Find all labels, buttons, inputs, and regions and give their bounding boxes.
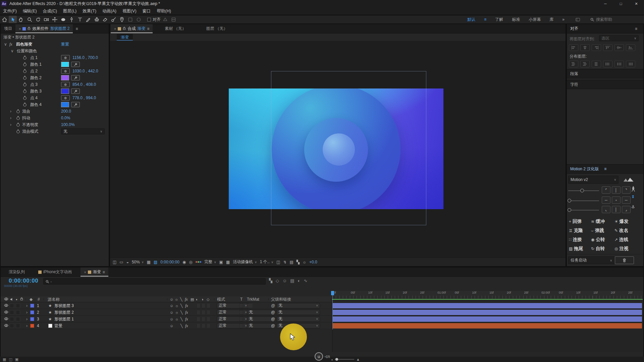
- exposure-value[interactable]: +0.0: [309, 260, 317, 264]
- camera-tool-icon[interactable]: [42, 16, 50, 23]
- threed-cell[interactable]: [207, 323, 210, 328]
- point-target-icon[interactable]: ⊕: [61, 82, 70, 87]
- anchor-top-left-button[interactable]: ⌜: [602, 186, 610, 194]
- tool-link[interactable]: ∷连接: [569, 237, 582, 243]
- align-left-button[interactable]: [569, 44, 578, 51]
- fx-toggle-icon[interactable]: fx: [185, 316, 188, 321]
- distribute-center-v-button[interactable]: [580, 61, 590, 67]
- align-right-button[interactable]: [592, 44, 601, 51]
- effect-header-row[interactable]: ∨ fx 四色渐变 重置: [1, 41, 109, 48]
- mask-visibility-icon[interactable]: ◒: [126, 260, 129, 264]
- tool-connect-line[interactable]: ↗连线: [614, 237, 628, 243]
- anchor-bottom-right-button[interactable]: ⌟: [622, 206, 631, 213]
- collapse-toggle-icon[interactable]: ☼: [175, 310, 178, 314]
- tab-close-icon[interactable]: ×: [19, 27, 21, 31]
- timeline-button-icon[interactable]: ▤: [290, 260, 293, 264]
- tab-comp-gradient[interactable]: × 渐变 ≡: [80, 267, 108, 277]
- hide-shy-icon[interactable]: ☺: [282, 278, 287, 283]
- anchor-top-right-button[interactable]: ⌝: [622, 186, 631, 194]
- workspace-small-screen[interactable]: 小屏幕: [529, 17, 541, 22]
- time-ruler[interactable]: 0f05f10f15f20f25f01:00f05f10f15f20f25f02…: [332, 291, 643, 299]
- twirl-closed-icon[interactable]: ›: [10, 116, 11, 120]
- stopwatch-icon[interactable]: [23, 96, 27, 100]
- tab-project[interactable]: 项目: [1, 24, 15, 33]
- timeline-search-field[interactable]: ⌄: [43, 278, 266, 285]
- tab-close-icon[interactable]: ×: [84, 270, 86, 274]
- distribute-right-button[interactable]: [626, 61, 635, 67]
- stopwatch-icon[interactable]: [23, 89, 27, 93]
- workspace-library[interactable]: 库: [549, 17, 553, 22]
- zoom-tool-icon[interactable]: [25, 16, 34, 23]
- menu-window[interactable]: 窗口: [140, 8, 154, 14]
- color-swatch[interactable]: [61, 102, 69, 107]
- panel-menu-icon[interactable]: ≡: [103, 270, 105, 275]
- tab-footage[interactable]: 素材 （无）: [161, 24, 189, 33]
- solo-cell[interactable]: [16, 323, 20, 328]
- eyedropper-icon[interactable]: [71, 62, 80, 67]
- roto-brush-tool-icon[interactable]: [109, 16, 117, 23]
- tool-rename[interactable]: ✎改名: [614, 228, 628, 234]
- pixel-aspect-icon[interactable]: ◫: [276, 260, 280, 264]
- group-row[interactable]: ∨ 位置和颜色: [1, 48, 109, 54]
- parent-dropdown[interactable]: 无∨: [276, 303, 320, 308]
- snap-toggle[interactable]: 对齐: [147, 17, 161, 22]
- workspace-default[interactable]: 默认: [467, 17, 475, 22]
- layer-row-1[interactable]: › 1 ★ 形状图层 3 ☺ ☼ ╲ fx 正常∨ @ 无∨: [1, 302, 332, 309]
- transparency-grid-icon[interactable]: ▩: [226, 260, 230, 264]
- quality-toggle-icon[interactable]: ╲: [180, 323, 183, 328]
- frame-blend-cell[interactable]: [197, 323, 200, 328]
- trkmat-cell[interactable]: [247, 303, 253, 308]
- anchor-updown-icon[interactable]: ⇕: [631, 194, 635, 199]
- stopwatch-icon[interactable]: [16, 123, 20, 127]
- panel-menu-icon[interactable]: ≡: [73, 24, 80, 33]
- menu-layer[interactable]: 图层(L): [60, 8, 79, 14]
- target-region-icon[interactable]: ▣: [219, 260, 223, 264]
- t-column[interactable]: T: [240, 297, 243, 302]
- exposure-icon[interactable]: ☼: [303, 260, 306, 264]
- anchor-bottom-left-button[interactable]: ⌞: [602, 206, 610, 213]
- pickwhip-icon[interactable]: @: [271, 317, 275, 321]
- distribute-center-h-button[interactable]: [614, 61, 624, 67]
- quality-toggle-icon[interactable]: ╲: [180, 310, 183, 314]
- stopwatch-icon[interactable]: [23, 56, 27, 60]
- snapshot-icon[interactable]: ◉: [182, 260, 186, 264]
- tool-trail[interactable]: ▨拖尾: [569, 246, 583, 252]
- menu-view[interactable]: 视图(V): [119, 8, 140, 14]
- mode-dropdown[interactable]: 正常∨: [217, 303, 249, 308]
- twirl-closed-icon[interactable]: ›: [26, 323, 28, 328]
- frame-blend-cell[interactable]: [197, 310, 200, 315]
- collapse-toggle-icon[interactable]: ☼: [175, 304, 178, 308]
- layer-duration-bar[interactable]: [333, 316, 642, 322]
- text-tool-icon[interactable]: [76, 16, 84, 23]
- current-time-indicator[interactable]: [331, 291, 334, 295]
- rotate-tool-icon[interactable]: [34, 16, 42, 23]
- color-swatch[interactable]: [61, 75, 69, 80]
- layer-name[interactable]: 形状图层 2: [54, 309, 74, 315]
- layer-duration-bar[interactable]: [333, 323, 642, 328]
- viewer-timecode[interactable]: 0:00:00:00: [160, 260, 179, 264]
- layer-color-swatch[interactable]: [30, 310, 34, 314]
- menu-help[interactable]: 帮助(H): [154, 8, 174, 14]
- solo-cell[interactable]: [16, 303, 20, 308]
- tool-bounce-back[interactable]: +回弹: [569, 219, 582, 225]
- panel-menu-icon[interactable]: ≡: [147, 26, 149, 31]
- primary-viewer-icon[interactable]: ▭: [119, 260, 123, 264]
- slider-track-3[interactable]: [568, 210, 599, 210]
- camera-view-dropdown[interactable]: 活动摄像机 ∨: [233, 259, 257, 265]
- mode-dropdown[interactable]: 正常∨: [217, 316, 249, 322]
- eye-icon[interactable]: [4, 317, 8, 321]
- point-value[interactable]: 1156.0 , 700.0: [72, 55, 98, 60]
- eye-icon[interactable]: [4, 323, 8, 328]
- anchor-mid-left-button[interactable]: ─: [602, 196, 610, 204]
- slider-knob-2[interactable]: [568, 199, 571, 202]
- threed-cell[interactable]: [207, 303, 210, 308]
- quality-toggle-icon[interactable]: ╲: [180, 303, 183, 308]
- parent-dropdown[interactable]: 无∨: [276, 316, 320, 322]
- motion-blur-cell[interactable]: [202, 323, 205, 328]
- show-channels-icon[interactable]: [196, 261, 201, 263]
- rocket-icon[interactable]: [631, 186, 635, 192]
- layer-row-4[interactable]: › 4 背景 ☺ ╲ fx 正常∨ 无∨ @ 无∨: [1, 322, 332, 329]
- status-bar-icon-1[interactable]: ▦: [3, 357, 6, 362]
- status-bar-icon-3[interactable]: ▣: [15, 357, 18, 362]
- tool-gaze[interactable]: ◎注视: [614, 246, 628, 252]
